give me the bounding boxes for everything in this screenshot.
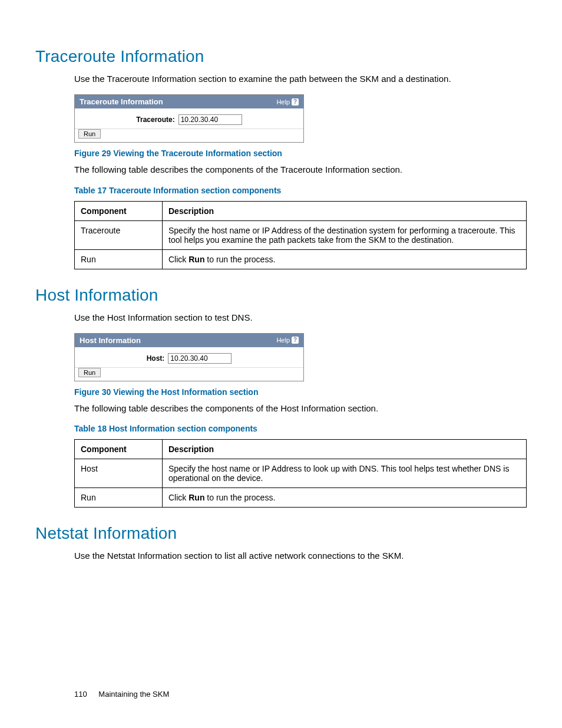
table-header-component: Component [75,201,163,220]
host-table-intro: The following table describes the compon… [74,403,527,414]
traceroute-table-intro: The following table describes the compon… [74,164,527,176]
table-header-component: Component [75,440,163,459]
page-footer: 110 Maintaining the SKM [74,690,169,699]
host-run-button[interactable]: Run [78,368,101,377]
table-17-caption: Table 17 Traceroute Information section … [74,186,527,195]
cell-description: Specify the host name or IP Address of t… [163,220,527,249]
host-panel-header: Host Information Help ? [75,334,303,347]
traceroute-run-button[interactable]: Run [78,129,101,139]
cell-component: Traceroute [75,220,163,249]
page-number: 110 [74,690,87,699]
traceroute-panel: Traceroute Information Help ? Traceroute… [74,94,304,143]
cell-component: Run [75,488,163,508]
figure-29-caption: Figure 29 Viewing the Traceroute Informa… [74,149,527,158]
host-panel-title: Host Information [80,336,141,345]
host-input[interactable] [168,353,232,364]
table-18-caption: Table 18 Host Information section compon… [74,424,527,433]
cell-description: Specify the host name or IP Address to l… [163,459,527,488]
help-label: Help [276,337,290,344]
heading-host: Host Information [35,286,527,305]
table-row: Traceroute Specify the host name or IP A… [75,220,527,249]
help-icon: ? [292,98,299,106]
heading-traceroute: Traceroute Information [35,47,527,66]
help-link[interactable]: Help ? [276,98,299,106]
help-label: Help [276,98,290,106]
table-header-description: Description [163,201,527,220]
heading-netstat: Netstat Information [35,524,527,543]
host-intro: Use the Host Information section to test… [74,312,527,324]
traceroute-panel-title: Traceroute Information [80,97,163,106]
help-link[interactable]: Help ? [276,337,299,344]
help-icon: ? [292,337,299,344]
cell-description: Click Run to run the process. [163,488,527,508]
netstat-intro: Use the Netstat Information section to l… [74,550,527,562]
table-header-description: Description [163,440,527,459]
traceroute-input[interactable] [178,114,242,125]
cell-component: Host [75,459,163,488]
cell-description: Click Run to run the process. [163,249,527,269]
traceroute-components-table: Component Description Traceroute Specify… [74,201,527,269]
footer-title: Maintaining the SKM [98,690,169,699]
traceroute-intro: Use the Traceroute Information section t… [74,73,527,85]
table-row: Run Click Run to run the process. [75,249,527,269]
table-row: Host Specify the host name or IP Address… [75,459,527,488]
traceroute-panel-header: Traceroute Information Help ? [75,95,303,108]
table-row: Run Click Run to run the process. [75,488,527,508]
cell-component: Run [75,249,163,269]
figure-30-caption: Figure 30 Viewing the Host Information s… [74,387,527,397]
host-components-table: Component Description Host Specify the h… [74,439,527,508]
traceroute-field-label: Traceroute: [136,116,174,124]
host-field-label: Host: [147,354,165,363]
host-panel: Host Information Help ? Host: Run [74,333,304,381]
